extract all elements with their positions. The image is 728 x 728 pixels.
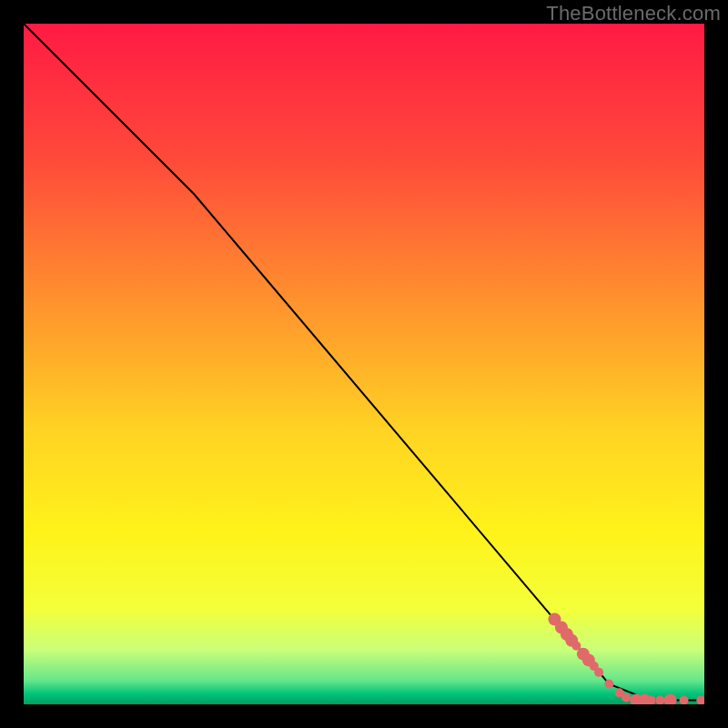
frame-bottom bbox=[0, 704, 728, 728]
chart-stage: TheBottleneck.com bbox=[0, 0, 728, 728]
marker-dot bbox=[622, 693, 631, 703]
marker-dot bbox=[604, 680, 613, 689]
frame-left bbox=[0, 0, 24, 728]
watermark-text: TheBottleneck.com bbox=[546, 2, 721, 25]
frame-right bbox=[704, 0, 728, 728]
chart-plot bbox=[24, 24, 704, 704]
marker-dot bbox=[594, 668, 603, 677]
